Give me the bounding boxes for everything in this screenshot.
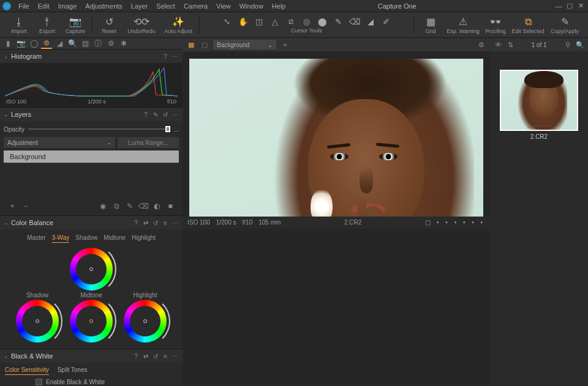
cursor-hand-icon[interactable]: ✋: [237, 16, 249, 27]
zoom-icon[interactable]: 🔍: [576, 41, 584, 49]
chevron-down-icon[interactable]: ⌄: [4, 353, 11, 359]
color-tag-dots[interactable]: • • • • • •: [437, 219, 485, 226]
copy-apply-button[interactable]: ✎Copy/Apply: [546, 13, 583, 37]
cb-tab-highlight[interactable]: Highlight: [132, 234, 156, 243]
eye-icon[interactable]: 👁: [494, 41, 502, 48]
menu-camera[interactable]: Camera: [180, 1, 211, 11]
tab-exposure-icon[interactable]: ◢: [54, 38, 65, 49]
help-icon[interactable]: ?: [132, 353, 140, 360]
cursor-keystone-icon[interactable]: ⧄: [285, 16, 297, 27]
menu-layer[interactable]: Layer: [127, 1, 152, 11]
grid-button[interactable]: ▦Grid: [417, 13, 445, 37]
bw-tab-split[interactable]: Split Tones: [58, 366, 88, 375]
invert-icon[interactable]: ⧉: [111, 202, 121, 210]
edit-selected-button[interactable]: ⧉Edit Selected: [510, 13, 546, 37]
menu-icon[interactable]: ⋯: [172, 353, 179, 360]
menu-edit[interactable]: Edit: [34, 1, 53, 11]
color-wheel-top[interactable]: [70, 248, 113, 291]
tab-library-icon[interactable]: ▮: [2, 38, 13, 49]
mask-view-icon[interactable]: ◉: [98, 202, 108, 210]
cursor-erase-icon[interactable]: ⌫: [349, 16, 361, 27]
tab-output-icon[interactable]: ⚙: [105, 38, 116, 49]
menu-icon[interactable]: ⋯: [172, 53, 179, 60]
tab-adjust-icon[interactable]: ✱: [118, 38, 129, 49]
fill-icon[interactable]: ■: [165, 202, 175, 210]
cursor-rotate-icon[interactable]: △: [269, 16, 281, 27]
preset-icon[interactable]: ≡: [162, 353, 169, 360]
menu-view[interactable]: View: [213, 1, 235, 11]
menu-image[interactable]: Image: [55, 1, 81, 11]
export-button[interactable]: ⭱Export: [33, 13, 61, 37]
cursor-pointer-icon[interactable]: ⤡: [221, 16, 233, 27]
help-icon[interactable]: ?: [142, 111, 149, 118]
cursor-mask-icon[interactable]: ⬤: [317, 16, 329, 27]
opacity-slider[interactable]: [28, 128, 170, 130]
cursor-crop-icon[interactable]: ◫: [253, 16, 265, 27]
viewer-layer-select[interactable]: Background⌄: [213, 40, 276, 50]
maximize-button[interactable]: ▢: [565, 2, 575, 10]
tab-lens-icon[interactable]: ◯: [28, 38, 39, 49]
cursor-gradient-icon[interactable]: ◢: [364, 16, 377, 27]
cb-tab-master[interactable]: Master: [27, 234, 46, 243]
cursor-spot-icon[interactable]: ◎: [301, 16, 313, 27]
view-single-icon[interactable]: ▢: [200, 40, 209, 50]
chevron-down-icon[interactable]: ⌄: [4, 220, 11, 226]
layer-type-select[interactable]: Adjustment⌄: [4, 137, 115, 148]
tab-capture-icon[interactable]: 📷: [15, 38, 26, 49]
add-view-icon[interactable]: +: [280, 40, 290, 50]
help-icon[interactable]: ?: [162, 53, 169, 60]
cb-tab-midtone[interactable]: Midtone: [104, 234, 126, 243]
viewer-settings-icon[interactable]: ⚙: [477, 40, 486, 50]
menu-icon[interactable]: ⋯: [172, 220, 179, 226]
reset-button[interactable]: ↺Reset: [95, 13, 123, 37]
search-icon[interactable]: ⚲: [564, 41, 572, 49]
import-button[interactable]: ⭳Import: [5, 13, 33, 37]
rating-box-icon[interactable]: ▢: [425, 219, 431, 226]
cb-tab-3way[interactable]: 3-Way: [52, 234, 70, 243]
preset-icon[interactable]: ✎: [152, 111, 159, 118]
thumbnail[interactable]: ▢ • • • • • •: [500, 70, 578, 131]
menu-file[interactable]: File: [15, 1, 33, 11]
help-icon[interactable]: ?: [132, 220, 140, 226]
menu-icon[interactable]: ⋯: [172, 111, 179, 118]
auto-adjust-button[interactable]: ✨Auto Adjust: [160, 13, 197, 37]
undo-redo-button[interactable]: ⟲⟳Undo/Redo: [123, 13, 160, 37]
capture-button[interactable]: 📷Capture: [61, 13, 89, 37]
filter-icon[interactable]: ⇅: [506, 41, 514, 49]
color-wheel-midtone[interactable]: [70, 300, 113, 343]
chevron-down-icon[interactable]: ⌄: [4, 111, 11, 117]
gradient-icon[interactable]: ◐: [152, 202, 162, 210]
minimize-button[interactable]: —: [554, 2, 564, 10]
viewer-canvas[interactable]: [183, 51, 490, 217]
preset-icon[interactable]: ≡: [162, 220, 169, 226]
close-button[interactable]: ✕: [576, 2, 586, 10]
add-layer-icon[interactable]: +: [7, 202, 17, 210]
remove-layer-icon[interactable]: −: [21, 202, 31, 210]
reset-icon[interactable]: ↺: [152, 353, 159, 360]
cursor-brush-icon[interactable]: ✎: [333, 16, 345, 27]
proofing-button[interactable]: 👓Proofing: [481, 13, 510, 37]
layer-background[interactable]: Background: [4, 150, 179, 163]
bw-enable-checkbox[interactable]: [36, 379, 42, 385]
reset-icon[interactable]: ↺: [152, 220, 159, 226]
bw-tab-sensitivity[interactable]: Color Sensitivity: [5, 366, 49, 375]
luma-range-button[interactable]: Luma Range...: [118, 137, 179, 148]
tab-styles-icon[interactable]: ▤: [80, 38, 91, 49]
tab-details-icon[interactable]: 🔍: [67, 38, 78, 49]
color-wheel-highlight[interactable]: [124, 300, 167, 343]
tab-color-icon[interactable]: ⊚: [41, 38, 52, 49]
view-grid-icon[interactable]: ▦: [186, 40, 196, 50]
brush-icon[interactable]: ✎: [125, 202, 135, 210]
erase-icon[interactable]: ⌫: [138, 202, 148, 210]
color-wheel-shadow[interactable]: [16, 300, 59, 343]
chevron-down-icon[interactable]: ⌄: [4, 53, 11, 59]
exp-warning-button[interactable]: ⚠Exp. Warning: [445, 13, 481, 37]
menu-select[interactable]: Select: [153, 1, 179, 11]
cb-tab-shadow[interactable]: Shadow: [75, 234, 97, 243]
reset-icon[interactable]: ↺: [162, 111, 169, 118]
tab-metadata-icon[interactable]: ⓘ: [92, 38, 104, 49]
menu-adjustments[interactable]: Adjustments: [81, 1, 126, 11]
copy-icon[interactable]: ⇄: [142, 353, 149, 360]
cursor-picker-icon[interactable]: ✐: [380, 16, 393, 27]
copy-icon[interactable]: ⇄: [142, 220, 149, 226]
